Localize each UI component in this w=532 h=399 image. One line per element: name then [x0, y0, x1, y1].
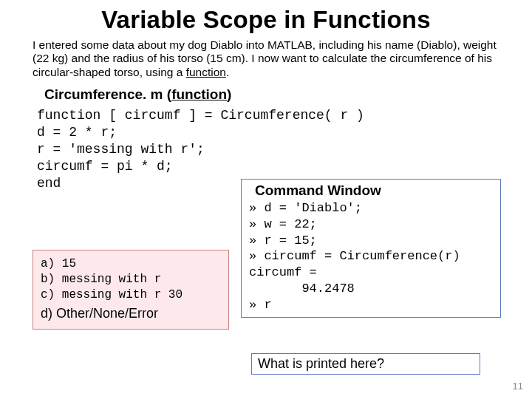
answer-options-box: a) 15 b) messing with r c) messing with … — [33, 250, 229, 330]
function-keyword: function — [171, 86, 227, 102]
function-file-tail: ) — [227, 86, 231, 102]
command-window-title: Command Window — [255, 183, 496, 199]
question-text: What is printed here? — [258, 356, 384, 371]
description-text: I entered some data about my dog Diablo … — [33, 38, 497, 78]
option-c: c) messing with r 30 — [41, 287, 221, 303]
function-file-label: Circumference. m (function) — [44, 86, 499, 103]
question-box: What is printed here? — [251, 353, 480, 375]
description: I entered some data about my dog Diablo … — [33, 38, 499, 79]
slide: Variable Scope in Functions I entered so… — [0, 0, 532, 399]
option-a: a) 15 — [41, 256, 221, 272]
option-d: d) Other/None/Error — [41, 305, 221, 322]
description-tail: . — [226, 66, 229, 78]
function-file-name: Circumference. m ( — [44, 86, 171, 102]
command-window-box: Command Window » d = 'Diablo'; » w = 22;… — [241, 179, 501, 318]
description-link: function — [186, 66, 226, 78]
page-title: Variable Scope in Functions — [33, 6, 499, 34]
option-b: b) messing with r — [41, 272, 221, 287]
command-window-code: » d = 'Diablo'; » w = 22; » r = 15; » ci… — [249, 200, 496, 313]
page-number: 11 — [513, 381, 523, 392]
